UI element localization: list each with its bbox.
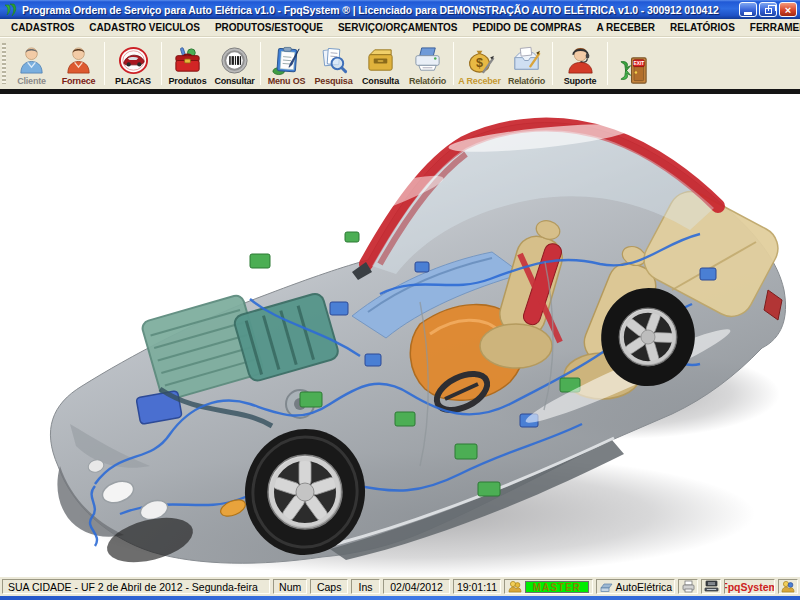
main-canvas — [0, 94, 800, 577]
status-time: 19:01:11 — [453, 579, 501, 594]
users-key-icon — [781, 580, 795, 593]
svg-text:EXIT: EXIT — [633, 61, 644, 66]
status-printer-panel[interactable] — [678, 579, 698, 594]
svg-text:$: $ — [476, 56, 483, 70]
toolbar-button-label: Pesquisa — [315, 76, 353, 86]
toolbar-button-exit[interactable]: EXIT — [610, 39, 657, 88]
menu-item-produtos-estoque[interactable]: PRODUTOS/ESTOQUE — [208, 20, 331, 35]
network-computer-icon — [704, 580, 719, 593]
toolbar-button-label: Menu OS — [268, 76, 306, 86]
menu-item-ferramentas[interactable]: FERRAMENTAS — [743, 20, 800, 35]
printer-small-icon — [681, 580, 696, 593]
toolbar-button-pesquisa[interactable]: Pesquisa — [310, 39, 357, 88]
money-bag-icon: $ — [463, 45, 496, 76]
toolbar-separator — [607, 42, 608, 85]
status-bar: SUA CIDADE - UF 2 de Abril de 2012 - Seg… — [0, 577, 800, 596]
toolbar-button-cliente[interactable]: Cliente — [8, 39, 55, 88]
toolbar-separator — [453, 42, 454, 85]
app-icon — [4, 3, 18, 17]
toolbar-button-menu-os[interactable]: Menu OS — [263, 39, 310, 88]
toolbar-button-consultar[interactable]: Consultar — [211, 39, 258, 88]
status-app-version-panel: AutoElétrica 1.0 — [596, 579, 676, 594]
status-app-version: AutoElétrica 1.0 — [616, 581, 676, 593]
toolbar-button-placas[interactable]: PLACAS — [107, 39, 159, 88]
application-window: Programa Ordem de Serviço para Auto Elét… — [0, 0, 800, 600]
menu-item-pedido-de-compras[interactable]: PEDIDO DE COMPRAS — [466, 20, 590, 35]
toolbar-button-fornece[interactable]: Fornece — [55, 39, 102, 88]
toolbar-button-label: Consultar — [214, 76, 254, 86]
toolbox-icon — [171, 45, 204, 76]
toolbar-button-label: Consulta — [362, 76, 399, 86]
app-small-icon — [600, 581, 613, 593]
toolbar-button-relatorio-2[interactable]: Relatório — [503, 39, 550, 88]
exit-door-icon: EXIT — [617, 55, 650, 86]
toolbar-separator — [104, 42, 105, 85]
menu-bar: CADASTROS CADASTRO VEICULOS PRODUTOS/EST… — [0, 19, 800, 37]
status-network-panel[interactable] — [701, 579, 721, 594]
status-session-panel[interactable] — [778, 579, 798, 594]
toolbar-separator — [260, 42, 261, 85]
status-brand: FpqSystem — [724, 579, 775, 594]
toolbar-button-consulta[interactable]: Consulta — [357, 39, 404, 88]
client-person-icon — [15, 45, 48, 76]
restore-button[interactable] — [759, 2, 777, 17]
window-bottom-border — [0, 596, 800, 600]
toolbar-separator — [161, 42, 162, 85]
minimize-button[interactable] — [739, 2, 757, 17]
toolbar-button-label: Produtos — [169, 76, 207, 86]
status-user-badge: MASTER — [525, 581, 589, 593]
users-key-icon — [508, 580, 522, 593]
search-documents-icon — [317, 45, 350, 76]
report-box-icon — [510, 45, 543, 76]
status-num-lock: Num — [273, 579, 307, 594]
work-order-clipboard-icon — [270, 45, 303, 76]
toolbar-button-label: A Receber — [458, 76, 500, 86]
menu-item-servico-orcamentos[interactable]: SERVIÇO/ORÇAMENTOS — [331, 20, 466, 35]
toolbar-button-label: Relatório — [508, 76, 545, 86]
supplier-person-icon — [62, 45, 95, 76]
toolbar-button-label: Fornece — [62, 76, 96, 86]
status-date: 02/04/2012 — [383, 579, 450, 594]
toolbar-grip[interactable] — [2, 43, 6, 84]
toolbar-button-label: PLACAS — [115, 76, 151, 86]
menu-item-a-receber[interactable]: A RECEBER — [589, 20, 663, 35]
menu-item-relatorios[interactable]: RELATÓRIOS — [663, 20, 743, 35]
printer-report-icon — [411, 45, 444, 76]
menu-item-cadastro-veiculos[interactable]: CADASTRO VEICULOS — [82, 20, 208, 35]
window-title: Programa Ordem de Serviço para Auto Elét… — [22, 4, 735, 16]
status-caps-lock: Caps — [310, 579, 348, 594]
car-plate-icon — [117, 45, 150, 76]
title-bar: Programa Ordem de Serviço para Auto Elét… — [0, 0, 800, 19]
toolbar-button-suporte[interactable]: Suporte — [555, 39, 605, 88]
menu-item-cadastros[interactable]: CADASTROS — [4, 20, 82, 35]
toolbar-button-a-receber[interactable]: $ A Receber — [456, 39, 503, 88]
toolbar-button-label: Suporte — [564, 76, 597, 86]
toolbar-button-label: Cliente — [17, 76, 46, 86]
barcode-icon — [218, 45, 251, 76]
toolbar-button-produtos[interactable]: Produtos — [164, 39, 211, 88]
toolbar: Cliente Fornece — [0, 37, 800, 89]
toolbar-button-relatorio-1[interactable]: Relatório — [404, 39, 451, 88]
status-user-panel: MASTER — [504, 579, 593, 594]
status-location-date: SUA CIDADE - UF 2 de Abril de 2012 - Seg… — [2, 579, 270, 594]
toolbar-button-label: Relatório — [409, 76, 446, 86]
status-insert: Ins — [351, 579, 380, 594]
support-agent-icon — [564, 45, 597, 76]
file-drawer-icon — [364, 45, 397, 76]
toolbar-separator — [552, 42, 553, 85]
close-button[interactable]: × — [779, 2, 797, 17]
